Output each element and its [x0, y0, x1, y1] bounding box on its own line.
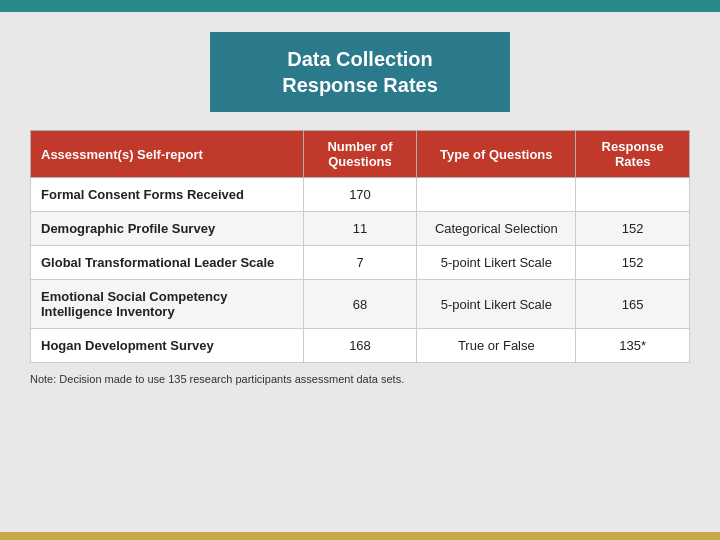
- cell-response-rates: 165: [576, 280, 690, 329]
- top-bar: [0, 0, 720, 12]
- header-response-rates: Response Rates: [576, 131, 690, 178]
- cell-num-questions: 68: [303, 280, 417, 329]
- table-row: Formal Consent Forms Received170: [31, 178, 690, 212]
- table-note: Note: Decision made to use 135 research …: [30, 373, 404, 385]
- content-area: Data Collection Response Rates Assessmen…: [0, 12, 720, 532]
- cell-type-questions: 5-point Likert Scale: [417, 280, 576, 329]
- cell-type-questions: 5-point Likert Scale: [417, 246, 576, 280]
- cell-num-questions: 11: [303, 212, 417, 246]
- header-type-questions: Type of Questions: [417, 131, 576, 178]
- cell-assessment: Global Transformational Leader Scale: [31, 246, 304, 280]
- cell-response-rates: 135*: [576, 329, 690, 363]
- table-row: Emotional Social Competency Intelligence…: [31, 280, 690, 329]
- cell-response-rates: [576, 178, 690, 212]
- table-row: Hogan Development Survey168True or False…: [31, 329, 690, 363]
- page-wrapper: Data Collection Response Rates Assessmen…: [0, 0, 720, 540]
- cell-assessment: Formal Consent Forms Received: [31, 178, 304, 212]
- data-table: Assessment(s) Self-report Number of Ques…: [30, 130, 690, 363]
- bottom-bar: [0, 532, 720, 540]
- cell-num-questions: 170: [303, 178, 417, 212]
- page-title: Data Collection Response Rates: [210, 32, 510, 112]
- cell-num-questions: 7: [303, 246, 417, 280]
- cell-type-questions: [417, 178, 576, 212]
- cell-type-questions: Categorical Selection: [417, 212, 576, 246]
- cell-assessment: Hogan Development Survey: [31, 329, 304, 363]
- header-assessment: Assessment(s) Self-report: [31, 131, 304, 178]
- cell-response-rates: 152: [576, 246, 690, 280]
- cell-assessment: Demographic Profile Survey: [31, 212, 304, 246]
- cell-num-questions: 168: [303, 329, 417, 363]
- cell-assessment: Emotional Social Competency Intelligence…: [31, 280, 304, 329]
- cell-response-rates: 152: [576, 212, 690, 246]
- cell-type-questions: True or False: [417, 329, 576, 363]
- table-row: Global Transformational Leader Scale75-p…: [31, 246, 690, 280]
- table-row: Demographic Profile Survey11Categorical …: [31, 212, 690, 246]
- header-num-questions: Number of Questions: [303, 131, 417, 178]
